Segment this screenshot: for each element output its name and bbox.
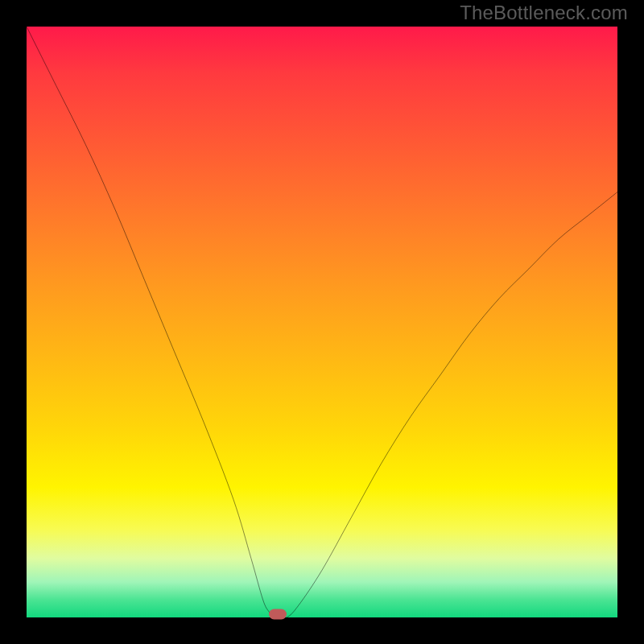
optimum-marker xyxy=(269,609,287,620)
chart-frame: TheBottleneck.com xyxy=(0,0,644,644)
watermark-text: TheBottleneck.com xyxy=(460,2,628,24)
curve-svg xyxy=(27,27,617,617)
plot-area xyxy=(27,27,617,617)
bottleneck-curve-path xyxy=(27,27,617,617)
